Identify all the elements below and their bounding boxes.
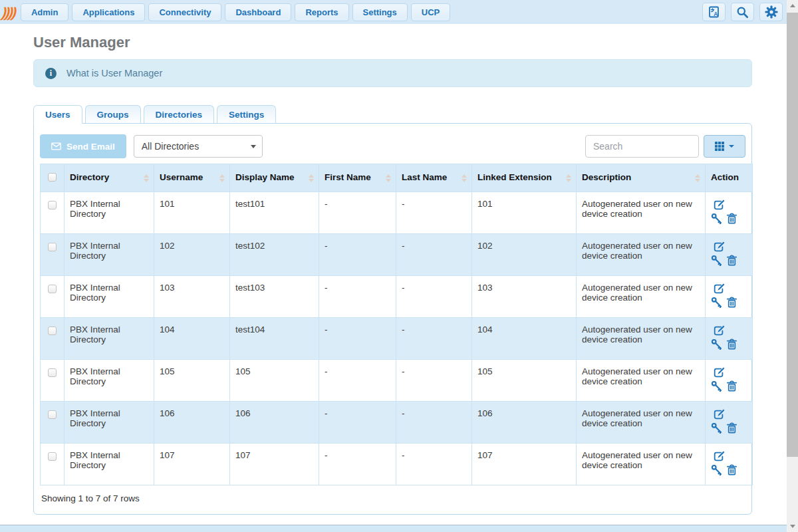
search-input[interactable] xyxy=(585,135,699,158)
pencil-square-icon xyxy=(713,203,725,213)
key-icon xyxy=(711,258,722,268)
cell-display-name: 105 xyxy=(230,360,319,402)
select-all-checkbox[interactable] xyxy=(48,173,57,182)
row-checkbox[interactable] xyxy=(48,285,57,293)
nav-item-admin[interactable]: Admin xyxy=(21,3,68,21)
tab-users[interactable]: Users xyxy=(33,105,82,124)
cell-first-name: - xyxy=(319,360,396,402)
row-checkbox[interactable] xyxy=(48,368,57,377)
delete-user-button[interactable] xyxy=(727,422,737,434)
info-banner[interactable]: i What is User Manager xyxy=(33,59,752,87)
tab-groups[interactable]: Groups xyxy=(85,105,141,124)
row-checkbox[interactable] xyxy=(48,201,57,209)
search-button[interactable] xyxy=(731,3,754,21)
nav-item-dashboard[interactable]: Dashboard xyxy=(225,3,291,21)
header-row: DirectoryUsernameDisplay NameFirst NameL… xyxy=(41,164,753,192)
nav-item-reports[interactable]: Reports xyxy=(295,3,348,21)
row-select-cell xyxy=(41,360,65,402)
column-header-linked-extension[interactable]: Linked Extension xyxy=(472,164,577,192)
scrollbar-down-arrow[interactable] xyxy=(787,521,798,532)
cell-linked-extension: 102 xyxy=(472,234,577,276)
language-button[interactable]: A xyxy=(702,3,726,21)
login-as-user-button[interactable] xyxy=(711,422,722,434)
column-header-display-name[interactable]: Display Name xyxy=(230,164,319,192)
settings-button[interactable] xyxy=(759,3,783,21)
login-as-user-button[interactable] xyxy=(711,213,722,224)
login-as-user-button[interactable] xyxy=(711,380,722,392)
cell-directory: PBX Internal Directory xyxy=(65,318,154,360)
login-as-user-button[interactable] xyxy=(711,464,722,475)
main-content: User Manager i What is User Manager User… xyxy=(0,34,787,515)
table-row: PBX Internal Directory105105--105Autogen… xyxy=(41,360,753,402)
row-checkbox[interactable] xyxy=(48,327,57,335)
top-navbar: )))) AdminApplicationsConnectivityDashbo… xyxy=(0,0,787,24)
delete-user-button[interactable] xyxy=(727,380,737,392)
send-email-button[interactable]: Send Email xyxy=(40,134,126,158)
nav-item-connectivity[interactable]: Connectivity xyxy=(148,3,221,21)
delete-user-button[interactable] xyxy=(727,255,737,266)
column-header-username[interactable]: Username xyxy=(154,164,230,192)
pencil-square-icon xyxy=(713,329,725,338)
nav-item-ucp[interactable]: UCP xyxy=(411,3,450,21)
row-checkbox[interactable] xyxy=(48,243,57,251)
edit-user-button[interactable] xyxy=(713,450,725,462)
row-checkbox[interactable] xyxy=(48,410,57,419)
cell-linked-extension: 106 xyxy=(472,402,577,444)
table-summary: Showing 1 to 7 of 7 rows xyxy=(41,493,745,503)
column-header-directory[interactable]: Directory xyxy=(65,164,154,192)
table-row: PBX Internal Directory102test102--102Aut… xyxy=(41,234,753,276)
edit-user-button[interactable] xyxy=(713,241,725,253)
edit-user-button[interactable] xyxy=(713,325,725,336)
cell-directory: PBX Internal Directory xyxy=(65,276,154,318)
trash-icon xyxy=(727,384,737,394)
scrollbar-up-arrow[interactable] xyxy=(787,0,798,11)
navbar-right: A xyxy=(702,3,783,21)
column-header-last-name[interactable]: Last Name xyxy=(396,164,472,192)
page-title: User Manager xyxy=(33,34,752,51)
nav-item-settings[interactable]: Settings xyxy=(352,3,408,21)
edit-user-button[interactable] xyxy=(713,199,725,211)
login-as-user-button[interactable] xyxy=(711,338,722,350)
key-icon xyxy=(711,467,722,477)
gear-icon xyxy=(765,5,778,19)
cell-display-name: test102 xyxy=(230,234,319,276)
directory-filter-select[interactable]: All Directories xyxy=(134,135,263,158)
cell-directory: PBX Internal Directory xyxy=(65,402,154,444)
delete-user-button[interactable] xyxy=(727,464,737,475)
edit-user-button[interactable] xyxy=(713,283,725,295)
select-all-header xyxy=(41,164,65,192)
key-icon xyxy=(711,426,722,436)
sort-arrows-icon xyxy=(566,174,571,182)
row-select-cell xyxy=(41,444,65,485)
column-label: First Name xyxy=(325,172,371,182)
cell-linked-extension: 101 xyxy=(472,192,577,234)
column-header-description[interactable]: Description xyxy=(577,164,706,192)
tab-bar: UsersGroupsDirectoriesSettings xyxy=(33,105,752,123)
users-table: DirectoryUsernameDisplay NameFirst NameL… xyxy=(40,164,753,485)
columns-toggle-button[interactable] xyxy=(704,135,745,158)
delete-user-button[interactable] xyxy=(727,213,737,224)
delete-user-button[interactable] xyxy=(727,338,737,350)
edit-user-button[interactable] xyxy=(713,408,725,420)
cell-description: Autogenerated user on new device creatio… xyxy=(577,192,706,234)
cell-first-name: - xyxy=(319,276,396,318)
table-row: PBX Internal Directory104test104--104Aut… xyxy=(41,318,753,360)
scrollbar[interactable] xyxy=(787,0,798,532)
edit-user-button[interactable] xyxy=(713,366,725,378)
scrollbar-thumb[interactable] xyxy=(787,13,798,457)
nav-menu: AdminApplicationsConnectivityDashboardRe… xyxy=(21,3,450,21)
login-as-user-button[interactable] xyxy=(711,255,722,266)
tab-settings[interactable]: Settings xyxy=(217,105,276,124)
tab-directories[interactable]: Directories xyxy=(144,105,215,124)
delete-user-button[interactable] xyxy=(727,297,737,308)
login-as-user-button[interactable] xyxy=(711,297,722,308)
row-checkbox[interactable] xyxy=(48,452,57,461)
column-label: Directory xyxy=(70,172,109,182)
pencil-square-icon xyxy=(713,454,725,464)
cell-actions xyxy=(706,192,753,234)
key-icon xyxy=(711,300,722,310)
cell-actions xyxy=(706,234,753,276)
column-header-first-name[interactable]: First Name xyxy=(319,164,396,192)
nav-item-applications[interactable]: Applications xyxy=(72,3,145,21)
column-label: Display Name xyxy=(235,172,295,182)
